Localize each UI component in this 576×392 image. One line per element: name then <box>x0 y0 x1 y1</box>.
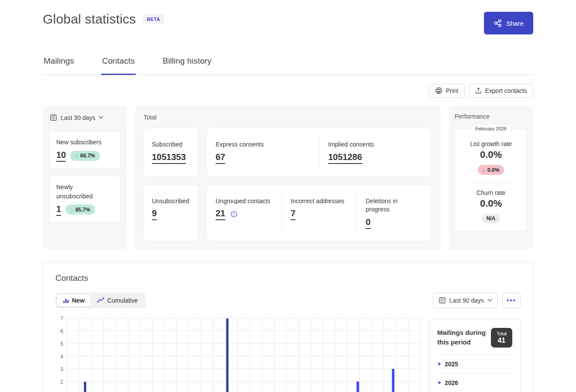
export-contacts-button[interactable]: Export contacts <box>469 84 534 98</box>
gridline-horizontal <box>67 381 420 382</box>
gridline-vertical <box>103 319 104 392</box>
performance-panel: Performance February 2026 List growth ra… <box>449 106 533 249</box>
total-panel-title: Total <box>144 114 432 121</box>
unsubscribed-value[interactable]: 9 <box>152 208 157 220</box>
page-title: Global statistics <box>43 12 136 27</box>
express-consents-label: Express consents <box>216 140 310 149</box>
toggle-new-label: New <box>72 297 85 304</box>
gridline-vertical <box>91 319 92 392</box>
view-toggle-group: New Cumulative <box>55 293 145 308</box>
chart-y-axis: 01234567 <box>55 319 67 392</box>
gridline-vertical <box>189 319 189 392</box>
chart-zone: 01234567 2629010407101316192225283103060… <box>55 319 521 392</box>
more-options-button[interactable]: ••• <box>502 293 521 308</box>
triangle-right-icon <box>438 381 441 385</box>
performance-title: Performance <box>455 113 527 120</box>
action-row: Print Export contacts <box>43 84 533 98</box>
mailings-total-badge: Total 41 <box>491 328 512 348</box>
divider <box>467 182 514 182</box>
new-subscribers-trend-badge: ↑66.7% <box>70 151 100 161</box>
chart-plot[interactable]: 2629010407101316192225283103060912151821… <box>67 319 420 392</box>
beta-badge: BETA <box>143 14 164 24</box>
gridline-vertical <box>347 319 347 392</box>
contacts-chart: 01234567 2629010407101316192225283103060… <box>55 319 420 392</box>
year-row-2026[interactable]: 2026 <box>437 374 512 392</box>
tab-bar: Mailings Contacts Billing history <box>43 52 533 75</box>
gridline-vertical <box>408 319 408 392</box>
y-tick-label: 7 <box>60 316 63 322</box>
chart-bar[interactable] <box>226 318 229 392</box>
implied-consents-label: Implied consents <box>328 140 423 149</box>
chevron-down-icon <box>487 299 492 302</box>
deletions-in-progress-cell: Deletions in progress 0 <box>357 194 432 232</box>
performance-month-tab: February 2026 <box>470 124 511 133</box>
gridline-vertical <box>323 319 323 392</box>
y-tick-label: 2 <box>60 379 63 385</box>
churn-rate-value: 0.0% <box>459 198 522 209</box>
subscribed-card: Subscribed 1051353 <box>144 128 199 177</box>
deletions-in-progress-value[interactable]: 0 <box>366 217 370 229</box>
implied-consents-value[interactable]: 1051286 <box>328 152 362 164</box>
gridline-vertical <box>371 319 372 392</box>
warning-icon[interactable] <box>230 211 237 218</box>
ungrouped-contacts-value[interactable]: 21 <box>216 208 225 220</box>
down-arrow-icon: ↓ <box>70 206 73 213</box>
gridline-vertical <box>250 319 250 392</box>
down-arrow-icon: ↓ <box>483 167 486 173</box>
chart-bar[interactable] <box>357 382 359 392</box>
gridline-horizontal <box>67 331 420 331</box>
calendar-icon <box>50 114 57 121</box>
year-label: 2025 <box>445 361 458 368</box>
gridline-vertical <box>286 319 287 392</box>
list-growth-rate-badge: ↓0.0% <box>478 165 504 175</box>
toggle-cumulative-label: Cumulative <box>107 297 138 304</box>
gridline-vertical <box>152 319 153 392</box>
toggle-cumulative-button[interactable]: Cumulative <box>91 294 144 307</box>
subscribed-label: Subscribed <box>152 140 190 149</box>
new-subscribers-value[interactable]: 10 <box>56 150 66 162</box>
newly-unsubscribed-value[interactable]: 1 <box>56 204 61 216</box>
chart-bar[interactable] <box>84 382 86 392</box>
year-row-2025[interactable]: 2025 <box>437 355 512 374</box>
contacts-section: Contacts New <box>43 262 533 392</box>
tab-billing-history[interactable]: Billing history <box>162 52 213 75</box>
total-row-subscribed: Subscribed 1051353 Express consents 67 I… <box>144 128 432 177</box>
share-icon <box>494 19 502 27</box>
newly-unsubscribed-card: Newly unsubscribed 1 ↓85.7% <box>49 176 121 223</box>
incorrect-addresses-value[interactable]: 7 <box>291 208 295 220</box>
express-consents-value[interactable]: 67 <box>216 152 225 164</box>
subscribed-value[interactable]: 1051353 <box>152 152 186 164</box>
y-tick-label: 5 <box>60 341 63 347</box>
print-button[interactable]: Print <box>429 84 465 98</box>
newly-unsubscribed-trend-badge: ↓85.7% <box>65 205 95 215</box>
triangle-right-icon <box>438 362 441 366</box>
gridline-vertical <box>420 319 421 392</box>
total-panel: Total Subscribed 1051353 Express consent… <box>135 106 441 249</box>
print-label: Print <box>446 87 459 94</box>
chart-bar[interactable] <box>392 369 394 392</box>
churn-rate-metric: Churn rate 0.0% N/A <box>459 189 522 223</box>
share-button[interactable]: Share <box>484 12 533 34</box>
gridline-vertical <box>79 319 79 392</box>
stats-panels: Last 30 days New subscribers 10 ↑66.7% N… <box>43 106 533 249</box>
churn-rate-label: Churn rate <box>459 189 522 196</box>
gridline-vertical <box>67 319 67 392</box>
export-label: Export contacts <box>485 87 528 94</box>
printer-icon <box>435 87 442 94</box>
page: Global statistics BETA Share Mailings Co… <box>43 0 533 392</box>
tab-contacts[interactable]: Contacts <box>101 52 136 75</box>
gridline-vertical <box>140 319 141 392</box>
new-subscribers-card: New subscribers 10 ↑66.7% <box>49 131 121 169</box>
chart-range-label: Last 90 days <box>449 297 484 304</box>
mailings-period-card: Mailings during this period Total 41 202… <box>429 319 521 392</box>
period-range-dropdown[interactable]: Last 30 days <box>49 113 121 124</box>
toggle-new-button[interactable]: New <box>57 294 90 307</box>
chart-range-dropdown[interactable]: Last 90 days <box>433 293 498 308</box>
tab-mailings[interactable]: Mailings <box>43 52 75 75</box>
bar-chart-icon <box>63 297 69 303</box>
gridline-horizontal <box>67 343 420 344</box>
gridline-vertical <box>164 319 165 392</box>
gridline-vertical <box>311 319 311 392</box>
gridline-vertical <box>384 319 384 392</box>
up-arrow-icon: ↑ <box>75 153 78 159</box>
